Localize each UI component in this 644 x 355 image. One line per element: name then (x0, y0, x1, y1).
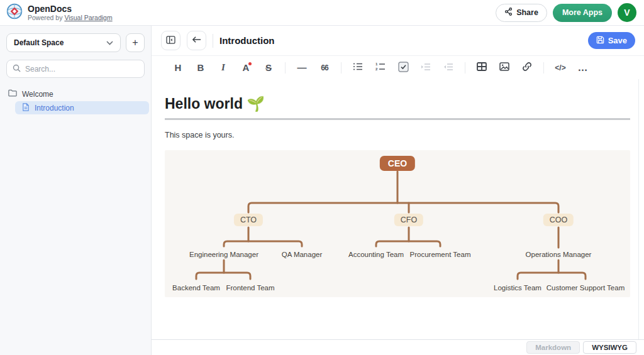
horizontal-rule-button[interactable]: — (292, 58, 311, 77)
opendocs-logo-icon (6, 3, 23, 22)
bold-button[interactable]: B (191, 58, 210, 77)
toolbar-separator (465, 62, 465, 74)
bullet-list-icon (353, 62, 363, 73)
statusbar: Markdown WYSIWYG (152, 339, 644, 355)
add-space-button[interactable]: + (126, 33, 145, 52)
user-avatar[interactable]: V (618, 3, 636, 22)
horizontal-rule-glyph: — (297, 62, 307, 73)
blockquote-button[interactable]: 66 (315, 58, 334, 77)
blockquote-glyph: 66 (321, 63, 328, 72)
strikethrough-glyph: S (265, 62, 272, 73)
link-icon (522, 62, 532, 74)
image-icon (499, 62, 509, 73)
org-node-frontend-team: Frontend Team (226, 284, 274, 292)
bullet-list-button[interactable] (348, 58, 367, 77)
more-apps-button[interactable]: More Apps (553, 4, 612, 22)
sidebar: Default Space + (0, 26, 152, 355)
sidebar-panel-icon (166, 36, 175, 46)
text-color-button[interactable]: A (236, 58, 255, 77)
space-row: Default Space + (6, 33, 145, 52)
search-icon (13, 63, 21, 75)
code-glyph: </> (555, 63, 565, 72)
space-selector[interactable]: Default Space (6, 33, 121, 52)
heading-rule (165, 118, 630, 120)
header-divider (213, 34, 213, 48)
editor-toolbar: H B I A S — 66 (152, 55, 644, 79)
outdent-button[interactable] (439, 58, 458, 77)
more-button[interactable]: … (574, 58, 592, 77)
color-dot (248, 62, 252, 65)
heading-glyph: H (175, 62, 182, 73)
search-box[interactable] (6, 60, 145, 78)
org-node-ceo: CEO (380, 156, 415, 171)
bold-glyph: B (197, 62, 204, 73)
brand: OpenDocs Powered by Visual Paradigm (6, 3, 113, 22)
svg-text:1: 1 (375, 62, 378, 66)
toolbar-separator (543, 62, 544, 74)
more-glyph: … (578, 62, 589, 74)
outdent-icon (443, 62, 453, 73)
italic-button[interactable]: I (214, 58, 233, 77)
shell: Default Space + (0, 26, 644, 355)
brand-text: OpenDocs Powered by Visual Paradigm (28, 4, 113, 21)
ordered-list-button[interactable]: 1 2 (371, 58, 390, 77)
app-window: OpenDocs Powered by Visual Paradigm Shar… (0, 0, 644, 355)
link-button[interactable] (518, 58, 536, 77)
image-button[interactable] (495, 58, 514, 77)
org-node-operations-manager: Operations Manager (526, 251, 592, 258)
table-button[interactable] (472, 58, 491, 77)
sidebar-item-welcome[interactable]: Welcome (0, 87, 151, 101)
org-node-procurement-team: Procurement Team (410, 251, 471, 258)
space-selector-value: Default Space (14, 38, 64, 47)
indent-icon (421, 62, 431, 73)
sidebar-item-introduction[interactable]: Introduction (15, 101, 149, 114)
org-node-customer-support-team: Customer Support Team (547, 284, 625, 292)
save-label: Save (608, 36, 627, 45)
tree-item-label: Welcome (22, 90, 53, 99)
org-node-engineering-manager: Engineering Manager (189, 251, 258, 258)
table-icon (477, 62, 487, 73)
powered-by: Powered by Visual Paradigm (28, 14, 113, 21)
tab-markdown[interactable]: Markdown (526, 341, 580, 354)
strikethrough-button[interactable]: S (259, 58, 278, 77)
arrow-left-icon (192, 36, 201, 45)
editor-surface[interactable]: Hello world 🌱 This space is yours. (152, 79, 639, 339)
share-button[interactable]: Share (496, 4, 547, 22)
visual-paradigm-link[interactable]: Visual Paradigm (64, 14, 112, 21)
powered-by-text: Powered by (28, 14, 62, 21)
org-chart[interactable]: CEO CTO CFO COO Engineering Manager QA M… (165, 150, 630, 297)
topbar-actions: Share More Apps V (496, 3, 636, 22)
task-list-button[interactable] (394, 58, 413, 77)
heading-button[interactable]: H (169, 58, 187, 77)
toggle-sidebar-button[interactable] (161, 31, 180, 50)
save-button[interactable]: Save (588, 32, 635, 49)
italic-glyph: I (221, 62, 225, 73)
ordered-list-icon: 1 2 (375, 62, 386, 73)
topbar: OpenDocs Powered by Visual Paradigm Shar… (0, 0, 644, 26)
chevron-down-icon (106, 38, 113, 47)
main-panel: Introduction Save H B I A S (152, 26, 644, 355)
code-button[interactable]: </> (551, 58, 570, 77)
svg-text:2: 2 (375, 67, 378, 71)
doc-paragraph: This space is yours. (165, 131, 630, 139)
org-node-backend-team: Backend Team (172, 284, 220, 292)
org-node-qa-manager: QA Manager (282, 251, 323, 258)
tab-wysiwyg[interactable]: WYSIWYG (583, 341, 636, 354)
back-button[interactable] (187, 31, 206, 50)
task-list-icon (398, 62, 409, 74)
org-node-accounting-team: Accounting Team (348, 251, 404, 258)
search-input[interactable] (25, 65, 138, 74)
org-node-coo: COO (543, 214, 574, 226)
folder-icon (8, 89, 17, 99)
org-node-cto: CTO (234, 214, 263, 226)
share-icon (504, 8, 513, 18)
page-title: Introduction (219, 35, 274, 46)
doc-header: Introduction Save (152, 26, 644, 55)
toolbar-separator (341, 62, 341, 74)
indent-button[interactable] (416, 58, 435, 77)
org-node-cfo: CFO (394, 214, 423, 226)
share-label: Share (516, 8, 538, 17)
doc-heading: Hello world 🌱 (165, 96, 630, 112)
toolbar-separator (285, 62, 286, 74)
page-tree: Welcome Introduction (0, 87, 151, 114)
